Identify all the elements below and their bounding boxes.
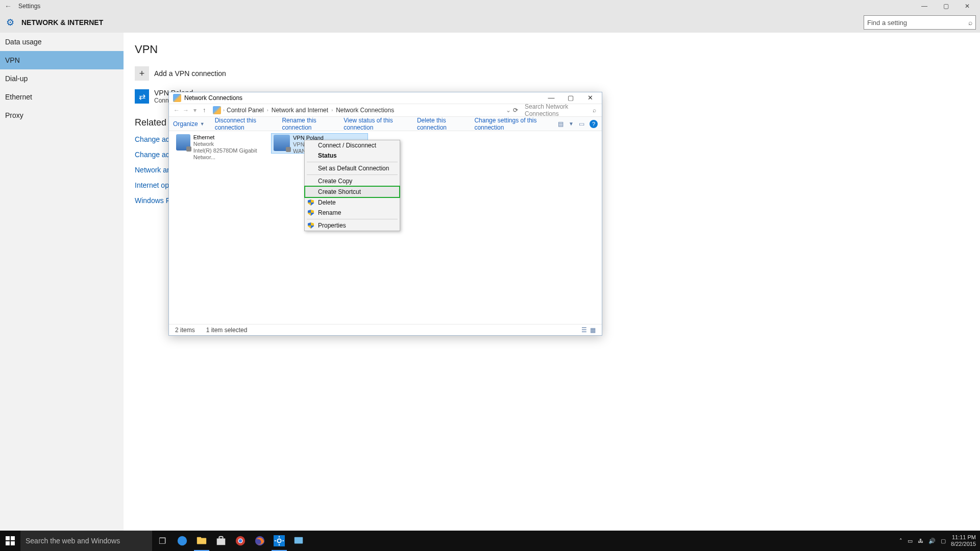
nav-forward-icon[interactable]: →	[181, 107, 190, 114]
nav-back-icon[interactable]: ←	[172, 107, 181, 114]
settings-header: ⚙ NETWORK & INTERNET Find a setting ⌕	[0, 12, 980, 33]
breadcrumb[interactable]: Control Panel› Network and Internet› Net…	[227, 107, 394, 114]
settings-sidebar: Data usage VPN Dial-up Ethernet Proxy	[0, 33, 124, 531]
nc-titlebar[interactable]: Network Connections — ▢ ✕	[169, 92, 602, 104]
ctx-delete[interactable]: Delete	[305, 197, 400, 208]
ctx-connect[interactable]: Connect / Disconnect	[305, 140, 400, 151]
nc-close-icon[interactable]: ✕	[580, 92, 600, 104]
crumb-0[interactable]: Control Panel	[227, 107, 264, 114]
ctx-default[interactable]: Set as Default Connection	[305, 163, 400, 173]
nc-maximize-icon[interactable]: ▢	[561, 92, 580, 104]
tray-notifications-icon[interactable]: ▢	[941, 538, 946, 544]
add-vpn-row[interactable]: + Add a VPN connection	[135, 66, 969, 81]
vpn-adapter-icon	[274, 135, 290, 151]
shield-icon	[308, 222, 314, 229]
status-count: 2 items	[175, 327, 195, 334]
shield-icon	[308, 199, 314, 206]
ctx-sep	[307, 174, 398, 175]
add-vpn-label: Add a VPN connection	[154, 69, 226, 78]
view-mode-icon[interactable]: ▤	[558, 120, 564, 128]
app-settings[interactable]	[270, 531, 289, 551]
help-icon[interactable]: ?	[590, 120, 598, 128]
windows-logo-icon	[6, 536, 15, 545]
minimize-icon[interactable]: —	[914, 0, 935, 12]
search-icon: ⌕	[968, 18, 972, 27]
tray-volume-icon[interactable]: 🔊	[928, 538, 936, 544]
maximize-icon[interactable]: ▢	[935, 0, 957, 12]
tb-change[interactable]: Change settings of this connection	[474, 117, 548, 131]
nc-statusbar: 2 items 1 item selected ☰ ▦	[169, 324, 602, 335]
sidebar-item-data-usage[interactable]: Data usage	[0, 33, 124, 51]
app-firefox[interactable]	[250, 531, 270, 551]
settings-titlebar: ← Settings — ▢ ✕	[0, 0, 980, 12]
back-icon[interactable]: ←	[2, 2, 14, 10]
breadcrumb-sep: ›	[223, 108, 225, 113]
eth-name: Ethernet	[193, 134, 269, 141]
nc-minimize-icon[interactable]: —	[542, 92, 561, 104]
tb-disconnect[interactable]: Disconnect this connection	[215, 117, 272, 131]
tray-chevron-up-icon[interactable]: ˄	[899, 538, 902, 544]
ctx-create-shortcut[interactable]: Create Shortcut	[305, 186, 400, 197]
view-icons-icon[interactable]: ▦	[590, 327, 596, 334]
nc-toolbar: Organize ▼ Disconnect this connection Re…	[169, 117, 602, 131]
taskbar-search[interactable]: Search the web and Windows	[20, 531, 152, 551]
svg-rect-4	[219, 537, 223, 539]
nc-title: Network Connections	[184, 94, 242, 102]
vpn-icon: ⇄	[135, 89, 149, 104]
settings-search-placeholder: Find a setting	[867, 19, 907, 27]
sidebar-item-ethernet[interactable]: Ethernet	[0, 88, 124, 106]
tb-status[interactable]: View status of this connection	[344, 117, 407, 131]
ctx-copy[interactable]: Create Copy	[305, 176, 400, 186]
shield-icon	[308, 210, 314, 216]
app-chrome[interactable]	[231, 531, 250, 551]
taskbar-search-placeholder: Search the web and Windows	[26, 537, 120, 545]
settings-search[interactable]: Find a setting ⌕	[864, 15, 976, 30]
address-dropdown-icon[interactable]: ⌄	[506, 107, 511, 114]
svg-rect-2	[197, 537, 201, 539]
gear-icon: ⚙	[4, 16, 16, 29]
crumb-1[interactable]: Network and Internet	[272, 107, 328, 114]
connection-ethernet[interactable]: Ethernet Network Intel(R) 82578DM Gigabi…	[174, 133, 271, 154]
nav-up-icon[interactable]: ↑	[200, 107, 209, 114]
tray-clock[interactable]: 11:11 PM 8/22/2015	[951, 534, 976, 547]
organize-button[interactable]: Organize ▼	[173, 120, 205, 128]
nc-search[interactable]: Search Network Connections ⌕	[522, 105, 599, 115]
app-edge[interactable]	[173, 531, 192, 551]
nc-addressbar: ← → ▾ ↑ › Control Panel› Network and Int…	[169, 104, 602, 117]
system-tray: ˄ ▭ 🖧 🔊 ▢ 11:11 PM 8/22/2015	[895, 534, 980, 547]
preview-pane-icon[interactable]: ▭	[579, 120, 584, 128]
ctx-sep	[307, 219, 398, 219]
sidebar-item-proxy[interactable]: Proxy	[0, 106, 124, 124]
view-mode-dropdown-icon[interactable]: ▼	[569, 121, 574, 127]
nc-window-icon	[173, 94, 181, 102]
tray-time: 11:11 PM	[951, 534, 976, 541]
context-menu: Connect / Disconnect Status Set as Defau…	[304, 140, 400, 231]
app-explorer[interactable]	[192, 531, 211, 551]
tray-date: 8/22/2015	[951, 541, 976, 547]
eth-l3: Intel(R) 82578DM Gigabit Networ...	[193, 147, 269, 161]
tb-rename[interactable]: Rename this connection	[282, 117, 333, 131]
close-icon[interactable]: ✕	[957, 0, 978, 12]
start-button[interactable]	[0, 531, 20, 551]
ctx-properties[interactable]: Properties	[305, 220, 400, 231]
eth-l2: Network	[193, 141, 269, 147]
crumb-2[interactable]: Network Connections	[336, 107, 394, 114]
task-view-icon[interactable]: ❐	[152, 536, 173, 546]
tray-network-icon[interactable]: 🖧	[918, 538, 923, 544]
ctx-rename[interactable]: Rename	[305, 208, 400, 218]
chevron-down-icon: ▼	[200, 121, 205, 127]
taskbar: Search the web and Windows ❐ ˄ ▭ 🖧 🔊 ▢ 1…	[0, 531, 980, 551]
breadcrumb-icon	[213, 106, 221, 114]
tb-delete[interactable]: Delete this connection	[417, 117, 464, 131]
ethernet-adapter-icon	[176, 134, 190, 151]
sidebar-item-vpn[interactable]: VPN	[0, 51, 124, 69]
refresh-icon[interactable]: ⟳	[513, 107, 518, 114]
app-other[interactable]	[289, 531, 308, 551]
tray-battery-icon[interactable]: ▭	[908, 538, 913, 544]
view-details-icon[interactable]: ☰	[581, 327, 587, 334]
section-title: NETWORK & INTERNET	[21, 18, 103, 27]
sidebar-item-dialup[interactable]: Dial-up	[0, 69, 124, 88]
ctx-status[interactable]: Status	[305, 151, 400, 161]
app-store[interactable]	[211, 531, 231, 551]
nav-history-icon[interactable]: ▾	[190, 107, 200, 114]
